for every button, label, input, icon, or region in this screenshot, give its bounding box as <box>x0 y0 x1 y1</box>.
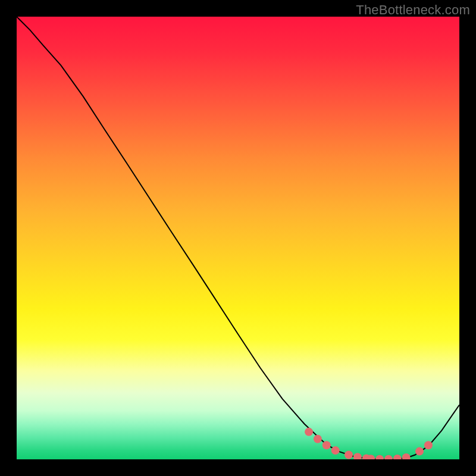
marker-point <box>393 455 402 459</box>
marker-point <box>345 451 353 459</box>
curve-line <box>17 17 459 459</box>
marker-point <box>314 435 322 443</box>
marker-point <box>424 441 433 449</box>
marker-point <box>322 441 331 449</box>
chart-frame: TheBottleneck.com <box>0 0 476 476</box>
marker-point <box>331 446 340 455</box>
marker-point <box>305 428 313 436</box>
marker-point <box>402 453 411 459</box>
marker-point <box>353 453 362 459</box>
markers-group <box>305 428 433 459</box>
plot-svg <box>17 17 459 459</box>
marker-point <box>375 455 384 459</box>
marker-point <box>384 455 393 459</box>
plot-area <box>17 17 459 459</box>
watermark-text: TheBottleneck.com <box>356 2 470 18</box>
marker-point <box>415 447 424 456</box>
